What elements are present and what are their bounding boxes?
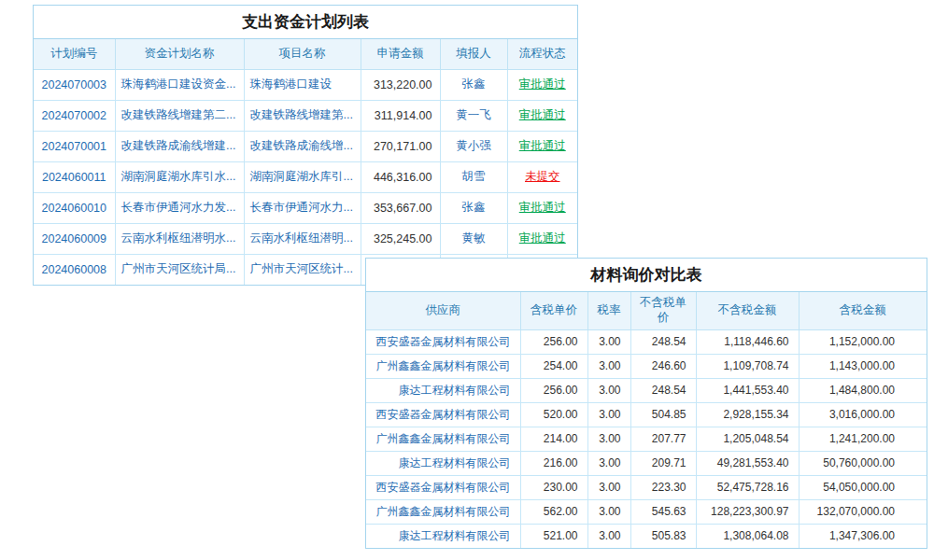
plan-table-row[interactable]: 2024060009 云南水利枢纽潜明水... 云南水利枢纽潜明... 325,…	[34, 223, 577, 254]
tax-rate: 3.00	[587, 499, 630, 524]
unit-price-excl-tax: 223.30	[630, 475, 696, 499]
tax-rate: 3.00	[587, 524, 630, 548]
supplier-link[interactable]: 康达工程材料有限公司	[399, 384, 511, 397]
status-link[interactable]: 审批通过	[519, 201, 566, 214]
material-quote-table: 供应商 含税单价 税率 不含税单价 不含税金额 含税金额 西安盛器金属材料有限公…	[366, 292, 927, 548]
fund-name-link[interactable]: 长春市伊通河水力发...	[121, 201, 236, 214]
reporter-link[interactable]: 胡雪	[462, 170, 486, 183]
project-name-link[interactable]: 云南水利枢纽潜明...	[250, 231, 353, 245]
fund-name-link[interactable]: 珠海鹤港口建设资金...	[121, 77, 236, 91]
supplier-link[interactable]: 康达工程材料有限公司	[399, 456, 511, 469]
project-name-link[interactable]: 珠海鹤港口建设	[250, 77, 333, 91]
amount-incl-tax: 3,016,000.00	[799, 402, 927, 427]
reporter-link[interactable]: 黄敏	[462, 231, 486, 245]
amount-incl-tax: 132,070,000.00	[799, 499, 927, 524]
reporter-link[interactable]: 黄小强	[456, 139, 491, 152]
plan-no-link[interactable]: 2024070003	[41, 78, 106, 91]
amount-excl-tax: 1,308,064.08	[696, 524, 799, 548]
project-name-link[interactable]: 长春市伊通河水力...	[250, 201, 353, 214]
quote-table-row[interactable]: 康达工程材料有限公司 256.00 3.00 248.54 1,441,553.…	[366, 378, 927, 402]
supplier-link[interactable]: 康达工程材料有限公司	[399, 529, 511, 542]
column-header-amount: 申请金额	[361, 39, 440, 69]
unit-price-incl-tax: 254.00	[520, 354, 587, 378]
tax-rate: 3.00	[587, 378, 630, 402]
material-quote-table-header: 供应商 含税单价 税率 不含税单价 不含税金额 含税金额	[366, 292, 927, 329]
reporter-link[interactable]: 黄一飞	[456, 108, 491, 121]
unit-price-incl-tax: 230.00	[520, 475, 587, 499]
column-header-amount-incl: 含税金额	[799, 292, 927, 329]
fund-name-link[interactable]: 湖南洞庭湖水库引水...	[121, 170, 236, 183]
quote-table-row[interactable]: 西安盛器金属材料有限公司 230.00 3.00 223.30 52,475,7…	[366, 475, 927, 499]
fund-name-link[interactable]: 云南水利枢纽潜明水...	[121, 231, 236, 245]
project-name-link[interactable]: 湖南洞庭湖水库引...	[250, 170, 353, 183]
plan-no-link[interactable]: 2024060008	[41, 263, 106, 276]
plan-table-row[interactable]: 2024060011 湖南洞庭湖水库引水... 湖南洞庭湖水库引... 446,…	[34, 161, 577, 192]
supplier-link[interactable]: 广州鑫鑫金属材料有限公司	[376, 432, 511, 445]
reporter-link[interactable]: 张鑫	[462, 201, 486, 214]
unit-price-incl-tax: 562.00	[520, 499, 587, 524]
plan-table-row[interactable]: 2024070002 改建铁路线增建第二... 改建铁路线增建第... 311,…	[34, 100, 577, 131]
apply-amount: 270,171.00	[361, 131, 440, 161]
tax-rate: 3.00	[587, 329, 630, 354]
unit-price-excl-tax: 545.63	[630, 499, 696, 524]
plan-table-row[interactable]: 2024070003 珠海鹤港口建设资金... 珠海鹤港口建设 313,220.…	[34, 69, 577, 100]
project-name-link[interactable]: 广州市天河区统计...	[250, 262, 353, 275]
unit-price-incl-tax: 256.00	[520, 329, 587, 354]
status-link[interactable]: 审批通过	[519, 108, 566, 121]
plan-no-link[interactable]: 2024060009	[41, 232, 106, 245]
status-link[interactable]: 审批通过	[519, 231, 566, 245]
status-link[interactable]: 未提交	[525, 170, 560, 183]
status-link[interactable]: 审批通过	[519, 139, 566, 152]
apply-amount: 353,667.00	[361, 192, 440, 223]
reporter-link[interactable]: 张鑫	[462, 77, 486, 91]
supplier-link[interactable]: 西安盛器金属材料有限公司	[376, 408, 511, 421]
quote-table-row[interactable]: 西安盛器金属材料有限公司 256.00 3.00 248.54 1,118,44…	[366, 329, 927, 354]
unit-price-incl-tax: 256.00	[520, 378, 587, 402]
material-quote-title: 材料询价对比表	[366, 259, 927, 292]
unit-price-incl-tax: 520.00	[520, 402, 587, 427]
plan-no-link[interactable]: 2024070002	[41, 109, 106, 122]
quote-table-row[interactable]: 西安盛器金属材料有限公司 520.00 3.00 504.85 2,928,15…	[366, 402, 927, 427]
amount-incl-tax: 1,152,000.00	[799, 329, 927, 354]
unit-price-incl-tax: 214.00	[520, 427, 587, 451]
supplier-link[interactable]: 广州鑫鑫金属材料有限公司	[376, 359, 511, 372]
amount-excl-tax: 49,281,553.40	[696, 451, 799, 475]
plan-no-link[interactable]: 2024060011	[42, 171, 106, 184]
amount-excl-tax: 2,928,155.34	[696, 402, 799, 427]
quote-table-row[interactable]: 广州鑫鑫金属材料有限公司 562.00 3.00 545.63 128,223,…	[366, 499, 927, 524]
column-header-unit-price-incl: 含税单价	[520, 292, 587, 329]
amount-excl-tax: 1,109,708.74	[696, 354, 799, 378]
quote-table-row[interactable]: 广州鑫鑫金属材料有限公司 254.00 3.00 246.60 1,109,70…	[366, 354, 927, 378]
apply-amount: 311,914.00	[361, 100, 440, 131]
unit-price-excl-tax: 248.54	[630, 329, 696, 354]
amount-incl-tax: 1,484,800.00	[799, 378, 927, 402]
supplier-link[interactable]: 广州鑫鑫金属材料有限公司	[376, 505, 511, 518]
amount-incl-tax: 1,143,000.00	[799, 354, 927, 378]
plan-table-row[interactable]: 2024070001 改建铁路成渝线增建... 改建铁路成渝线增... 270,…	[34, 131, 577, 161]
project-name-link[interactable]: 改建铁路线增建第...	[250, 108, 353, 121]
tax-rate: 3.00	[587, 475, 630, 499]
fund-name-link[interactable]: 改建铁路线增建第二...	[121, 108, 236, 121]
expenditure-plan-table-header: 计划编号 资金计划名称 项目名称 申请金额 填报人 流程状态	[34, 39, 577, 69]
column-header-project: 项目名称	[244, 39, 361, 69]
page: 支出资金计划列表 计划编号 资金计划名称 项目名称 申请金额 填报人 流程状态 …	[0, 0, 934, 560]
project-name-link[interactable]: 改建铁路成渝线增...	[250, 139, 353, 152]
amount-excl-tax: 1,205,048.54	[696, 427, 799, 451]
supplier-link[interactable]: 西安盛器金属材料有限公司	[376, 335, 511, 348]
supplier-link[interactable]: 西安盛器金属材料有限公司	[376, 481, 511, 494]
fund-name-link[interactable]: 广州市天河区统计局...	[121, 262, 236, 275]
apply-amount: 446,316.00	[361, 161, 440, 192]
quote-table-row[interactable]: 康达工程材料有限公司 216.00 3.00 209.71 49,281,553…	[366, 451, 927, 475]
quote-table-row[interactable]: 康达工程材料有限公司 521.00 3.00 505.83 1,308,064.…	[366, 524, 927, 548]
quote-table-row[interactable]: 广州鑫鑫金属材料有限公司 214.00 3.00 207.77 1,205,04…	[366, 427, 927, 451]
plan-table-row[interactable]: 2024060010 长春市伊通河水力发... 长春市伊通河水力... 353,…	[34, 192, 577, 223]
column-header-reporter: 填报人	[440, 39, 507, 69]
status-link[interactable]: 审批通过	[519, 77, 566, 91]
column-header-unit-price-excl: 不含税单价	[630, 292, 696, 329]
fund-name-link[interactable]: 改建铁路成渝线增建...	[121, 139, 236, 152]
amount-incl-tax: 50,760,000.00	[799, 451, 927, 475]
amount-excl-tax: 128,223,300.97	[696, 499, 799, 524]
plan-no-link[interactable]: 2024070001	[41, 140, 106, 153]
column-header-supplier: 供应商	[366, 292, 520, 329]
plan-no-link[interactable]: 2024060010	[41, 202, 106, 215]
